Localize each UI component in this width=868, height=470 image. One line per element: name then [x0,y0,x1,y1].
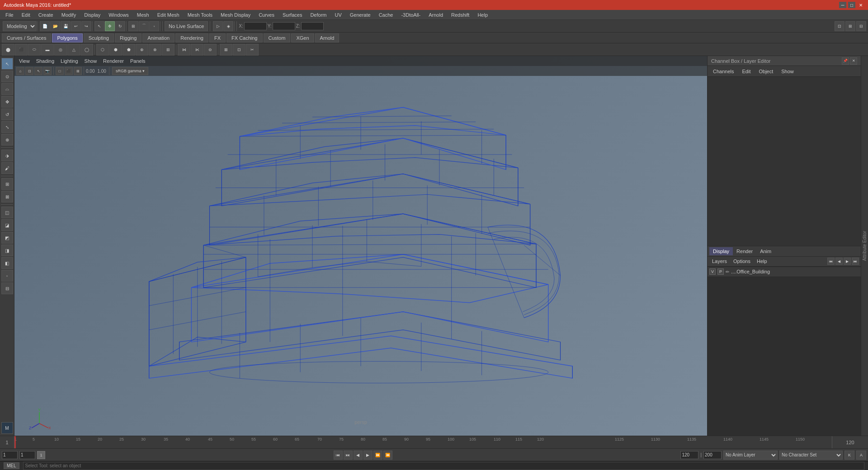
anim-start-input[interactable] [2,451,18,459]
vp-panels-menu[interactable]: Panels [127,57,148,65]
poly-plane-btn[interactable]: ▬ [41,44,54,56]
vp-show-menu[interactable]: Show [82,57,100,65]
extrude-btn[interactable]: ⬡ [96,44,109,56]
sculpt-btn[interactable]: ⬗ [1,150,13,161]
boolean-btn[interactable]: ⊖ [204,44,217,56]
cb-tab-show[interactable]: Show [778,67,797,75]
menu-help[interactable]: Help [474,11,491,19]
menu-windows[interactable]: Windows [105,11,132,19]
display-light-btn[interactable]: ◧ [1,257,13,269]
dst-help[interactable]: Help [754,258,770,265]
close-button[interactable]: ✕ [857,2,864,8]
dst-layers[interactable]: Layers [709,258,730,265]
command-input[interactable] [23,462,864,470]
step-forward-btn[interactable]: ⏩ [373,451,382,460]
go-to-start-btn[interactable]: ⏮ [334,451,343,460]
settings-btn1[interactable]: ⊡ [835,21,844,31]
cb-tab-edit[interactable]: Edit [738,67,754,75]
poly-torus-btn[interactable]: ◎ [54,44,67,56]
layer-visibility-v[interactable]: V [709,268,716,275]
menu-surfaces[interactable]: Surfaces [279,11,306,19]
ipr-btn[interactable]: ◈ [223,21,233,31]
vp-home-btn[interactable]: ⌂ [16,67,24,75]
mode-dropdown[interactable]: Modeling [3,21,37,31]
show-manips-btn[interactable]: ⊞ [1,178,13,190]
menu-cache[interactable]: Cache [375,11,397,19]
insert-edge-btn[interactable]: ⊞ [162,44,175,56]
dtab-display[interactable]: Display [709,247,733,255]
menu-create[interactable]: Create [35,11,57,19]
vp-view-menu[interactable]: View [16,57,33,65]
target-weld-btn[interactable]: ⊗ [149,44,161,56]
cb-tab-channels[interactable]: Channels [709,67,737,75]
poly-disk-btn[interactable]: ◯ [80,44,93,56]
menu-redshift[interactable]: Redshift [448,11,473,19]
play-back-btn[interactable]: ◀ [354,451,363,460]
minimize-button[interactable]: ─ [839,2,846,8]
vp-smooth-btn[interactable]: ⬛ [65,67,73,75]
settings-btn2[interactable]: ⊞ [845,21,855,31]
save-scene-btn[interactable]: 💾 [61,21,71,31]
menu-mesh-tools[interactable]: Mesh Tools [184,11,216,19]
no-live-surface-button[interactable]: No Live Surface [165,21,208,31]
tab-sculpting[interactable]: Sculpting [84,33,114,42]
uv-editor-btn[interactable]: ⊠ [220,44,232,56]
move-tool-btn[interactable]: ✥ [1,96,13,108]
menu-modify[interactable]: Modify [58,11,80,19]
separate-btn[interactable]: ⋉ [191,44,203,56]
bevel-btn[interactable]: ⬟ [123,44,135,56]
menu-curves[interactable]: Curves [255,11,278,19]
snap-point-btn[interactable]: ◦ [149,21,159,31]
vp-select-btn[interactable]: ↖ [34,67,42,75]
display-wire-btn[interactable]: ◫ [1,207,13,218]
x-input[interactable] [244,22,267,30]
auto-key-btn[interactable]: A [856,451,866,460]
new-scene-btn[interactable]: 📄 [40,21,50,31]
vp-wireframe-btn[interactable]: □ [56,67,64,75]
poly-sphere-btn[interactable]: ⬤ [2,44,14,56]
poly-cylinder-btn[interactable]: ⬭ [28,44,41,56]
layer-nav-next-btn[interactable]: ▶ [844,258,851,265]
display-wire2-btn[interactable]: ⊟ [1,282,13,294]
settings-btn3[interactable]: ⊟ [856,21,866,31]
menu-arnold[interactable]: Arnold [425,11,447,19]
redo-btn[interactable]: ↪ [81,21,91,31]
display-smooth-btn[interactable]: ◪ [1,219,13,231]
cb-tab-object[interactable]: Object [755,67,777,75]
snap-curve-btn[interactable]: ⌒ [139,21,149,31]
tab-rendering[interactable]: Rendering [175,33,208,42]
tab-rigging[interactable]: Rigging [115,33,142,42]
layer-item[interactable]: V P ✏ ....Office_Building [708,267,861,277]
step-back-btn[interactable]: ⏭ [344,451,353,460]
move-btn[interactable]: ✥ [105,21,115,31]
dtab-anim[interactable]: Anim [756,247,775,255]
vp-frame-all-btn[interactable]: ⊡ [25,67,33,75]
char-set-key-btn[interactable]: K [844,451,854,460]
universal-manip-btn[interactable]: ⊕ [1,134,13,146]
attribute-editor-strip[interactable]: Attribute Editor [861,56,868,436]
display-textured-btn[interactable]: ◨ [1,244,13,256]
poly-cone-btn[interactable]: △ [67,44,80,56]
tab-xgen[interactable]: XGen [291,33,314,42]
vp-shading-menu[interactable]: Shading [33,57,57,65]
open-scene-btn[interactable]: 📂 [50,21,60,31]
menu-edit-mesh[interactable]: Edit Mesh [154,11,183,19]
tab-polygons[interactable]: Polygons [52,33,82,42]
menu-edit[interactable]: Edit [18,11,34,19]
anim-layer-select[interactable]: No Anim Layer [723,451,778,460]
color-profile-btn[interactable]: sRGB gamma ▾ [112,67,148,75]
maya-logo-btn[interactable]: M [1,422,13,434]
tab-curves-surfaces[interactable]: Curves / Surfaces [2,33,51,42]
tab-fx-caching[interactable]: FX Caching [226,33,262,42]
layer-nav-first-btn[interactable]: ⏮ [827,258,835,265]
character-set-select[interactable]: No Character Set [779,451,843,460]
rotate-tool-btn[interactable]: ↺ [1,108,13,120]
paint-select-btn[interactable]: ⊙ [1,70,13,82]
menu-generate[interactable]: Generate [346,11,374,19]
merge-btn[interactable]: ⊕ [136,44,148,56]
vp-camera-btn[interactable]: 📷 [43,67,52,75]
combine-btn[interactable]: ⋈ [178,44,190,56]
paint-btn[interactable]: 🖌 [1,162,13,174]
rotate-btn[interactable]: ↻ [115,21,125,31]
display-shaded-btn[interactable]: ◩ [1,232,13,244]
